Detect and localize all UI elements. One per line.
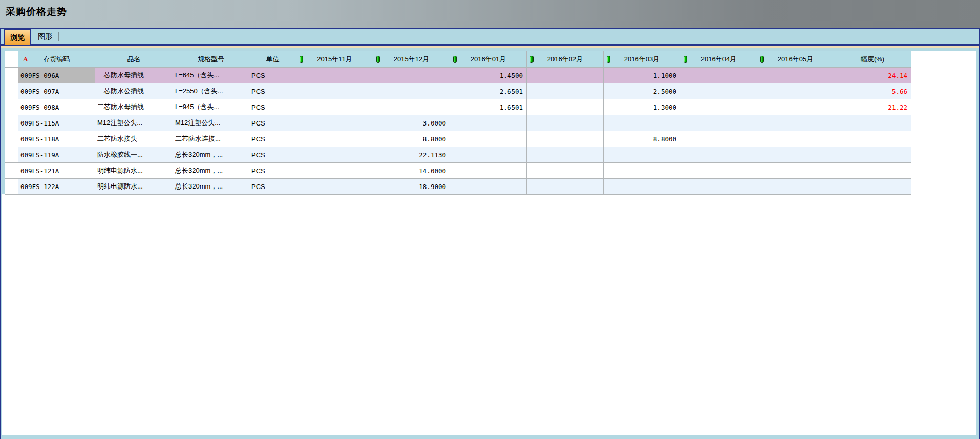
cell-code[interactable]: 009FS-122A: [18, 179, 95, 195]
tab-graph[interactable]: 图形: [34, 31, 56, 43]
cell-m2015_11[interactable]: [296, 99, 373, 115]
cell-range[interactable]: [834, 131, 911, 147]
cell-m2016_03[interactable]: 2.5000: [604, 83, 680, 99]
cell-spec[interactable]: L=645（含头...: [173, 68, 249, 83]
cell-spec[interactable]: L=2550（含头...: [173, 83, 249, 99]
cell-m2016_01[interactable]: 2.6501: [450, 83, 527, 99]
cell-name[interactable]: 明纬电源防水...: [95, 179, 173, 195]
cell-m2016_05[interactable]: [757, 163, 834, 179]
column-header-m2016_02[interactable]: 2016年02月: [527, 51, 604, 68]
table-row[interactable]: 009FS-115AM12注塑公头...M12注塑公头...PCS3.0000: [5, 115, 911, 131]
table-row[interactable]: 009FS-098A二芯防水母插线L=945（含头...PCS1.65011.3…: [5, 99, 911, 115]
cell-m2016_04[interactable]: [680, 115, 757, 131]
row-selector[interactable]: [5, 179, 18, 195]
cell-m2016_04[interactable]: [680, 163, 757, 179]
cell-m2016_01[interactable]: [450, 147, 527, 163]
cell-range[interactable]: -5.66: [834, 83, 911, 99]
cell-code[interactable]: 009FS-097A: [18, 83, 95, 99]
cell-m2016_02[interactable]: [527, 99, 604, 115]
cell-name[interactable]: M12注塑公头...: [95, 115, 173, 131]
cell-name[interactable]: 二芯防水母插线: [95, 68, 173, 83]
cell-m2016_03[interactable]: 1.3000: [604, 99, 680, 115]
cell-code[interactable]: 009FS-118A: [18, 131, 95, 147]
column-header-spec[interactable]: 规格型号: [173, 51, 249, 68]
cell-unit[interactable]: PCS: [249, 83, 296, 99]
cell-m2015_11[interactable]: [296, 147, 373, 163]
cell-range[interactable]: -21.22: [834, 99, 911, 115]
table-row[interactable]: 009FS-118A二芯防水接头二芯防水连接...PCS8.80008.8000: [5, 131, 911, 147]
cell-range[interactable]: [834, 147, 911, 163]
cell-m2016_04[interactable]: [680, 131, 757, 147]
cell-range[interactable]: -24.14: [834, 68, 911, 83]
cell-unit[interactable]: PCS: [249, 99, 296, 115]
cell-unit[interactable]: PCS: [249, 131, 296, 147]
cell-range[interactable]: [834, 163, 911, 179]
cell-m2016_02[interactable]: [527, 115, 604, 131]
cell-m2016_03[interactable]: [604, 179, 680, 195]
row-selector[interactable]: [5, 68, 18, 83]
table-row[interactable]: 009FS-096A二芯防水母插线L=645（含头...PCS1.45001.1…: [5, 68, 911, 83]
cell-unit[interactable]: PCS: [249, 163, 296, 179]
cell-m2016_03[interactable]: 8.8000: [604, 131, 680, 147]
cell-m2016_03[interactable]: [604, 163, 680, 179]
cell-unit[interactable]: PCS: [249, 179, 296, 195]
cell-m2016_03[interactable]: [604, 147, 680, 163]
cell-range[interactable]: [834, 179, 911, 195]
cell-m2016_04[interactable]: [680, 68, 757, 83]
cell-m2015_11[interactable]: [296, 179, 373, 195]
column-header-m2016_05[interactable]: 2016年05月: [757, 51, 834, 68]
column-header-name[interactable]: 品名: [95, 51, 173, 68]
select-all-corner[interactable]: [5, 51, 18, 68]
cell-m2016_05[interactable]: [757, 147, 834, 163]
cell-code[interactable]: 009FS-098A: [18, 99, 95, 115]
cell-m2016_01[interactable]: 1.6501: [450, 99, 527, 115]
cell-m2016_02[interactable]: [527, 163, 604, 179]
table-row[interactable]: 009FS-097A二芯防水公插线L=2550（含头...PCS2.65012.…: [5, 83, 911, 99]
cell-m2015_12[interactable]: [373, 68, 450, 83]
cell-m2016_02[interactable]: [527, 147, 604, 163]
cell-m2016_01[interactable]: [450, 163, 527, 179]
cell-spec[interactable]: 二芯防水连接...: [173, 131, 249, 147]
column-header-unit[interactable]: 单位: [249, 51, 296, 68]
cell-spec[interactable]: 总长320mm，...: [173, 179, 249, 195]
cell-m2016_04[interactable]: [680, 179, 757, 195]
cell-spec[interactable]: 总长320mm，...: [173, 147, 249, 163]
cell-m2015_11[interactable]: [296, 68, 373, 83]
cell-m2016_01[interactable]: [450, 115, 527, 131]
cell-m2015_11[interactable]: [296, 131, 373, 147]
column-header-m2016_03[interactable]: 2016年03月: [604, 51, 680, 68]
cell-m2016_05[interactable]: [757, 131, 834, 147]
row-selector[interactable]: [5, 99, 18, 115]
cell-spec[interactable]: M12注塑公头...: [173, 115, 249, 131]
cell-m2016_05[interactable]: [757, 99, 834, 115]
cell-m2015_11[interactable]: [296, 115, 373, 131]
cell-name[interactable]: 二芯防水接头: [95, 131, 173, 147]
cell-m2015_11[interactable]: [296, 163, 373, 179]
cell-m2015_12[interactable]: 8.8000: [373, 131, 450, 147]
cell-m2016_01[interactable]: [450, 179, 527, 195]
tab-browse[interactable]: 浏览: [4, 29, 31, 45]
cell-name[interactable]: 二芯防水公插线: [95, 83, 173, 99]
cell-name[interactable]: 防水橡胶线一...: [95, 147, 173, 163]
cell-m2015_12[interactable]: 18.9000: [373, 179, 450, 195]
cell-code[interactable]: 009FS-096A: [18, 68, 95, 83]
table-row[interactable]: 009FS-122A明纬电源防水...总长320mm，...PCS18.9000: [5, 179, 911, 195]
row-selector[interactable]: [5, 131, 18, 147]
cell-code[interactable]: 009FS-119A: [18, 147, 95, 163]
table-row[interactable]: 009FS-121A明纬电源防水...总长320mm，...PCS14.0000: [5, 163, 911, 179]
cell-m2016_01[interactable]: 1.4500: [450, 68, 527, 83]
cell-m2016_05[interactable]: [757, 179, 834, 195]
cell-m2015_12[interactable]: 22.1130: [373, 147, 450, 163]
cell-code[interactable]: 009FS-115A: [18, 115, 95, 131]
row-selector[interactable]: [5, 147, 18, 163]
cell-m2015_12[interactable]: [373, 99, 450, 115]
row-selector[interactable]: [5, 115, 18, 131]
cell-m2016_04[interactable]: [680, 147, 757, 163]
cell-name[interactable]: 二芯防水母插线: [95, 99, 173, 115]
cell-m2016_05[interactable]: [757, 68, 834, 83]
cell-range[interactable]: [834, 115, 911, 131]
cell-spec[interactable]: 总长320mm，...: [173, 163, 249, 179]
cell-m2016_05[interactable]: [757, 115, 834, 131]
cell-m2016_04[interactable]: [680, 99, 757, 115]
cell-m2015_12[interactable]: 14.0000: [373, 163, 450, 179]
